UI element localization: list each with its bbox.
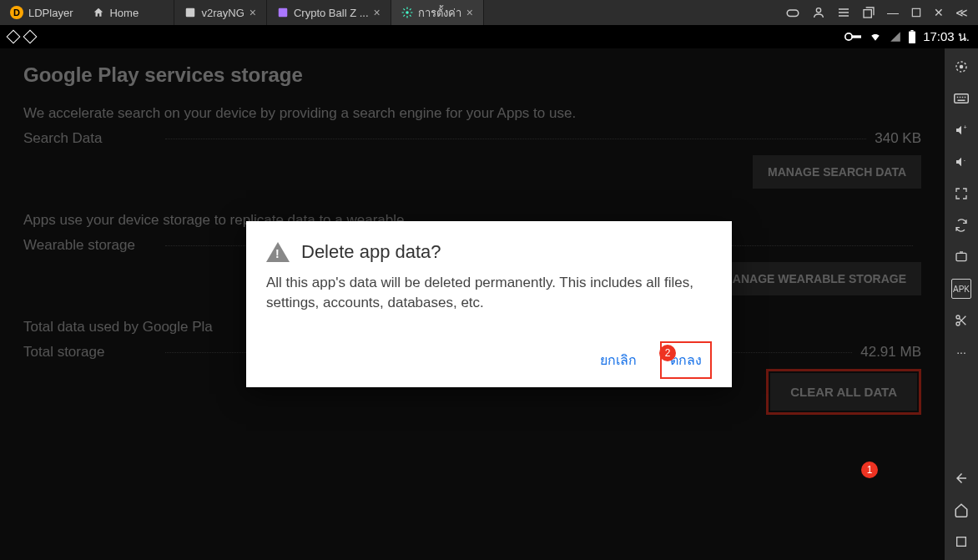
install-apk-icon[interactable]: APK [951,279,971,299]
home-nav-icon[interactable] [951,500,971,520]
total-storage-value: 42.91 MB [860,344,921,361]
notification-icon [23,30,38,44]
scissors-icon[interactable] [951,310,971,330]
clock-text: 17:03 น. [923,27,970,47]
search-data-value: 340 KB [875,130,921,147]
volume-down-icon[interactable]: - [951,152,971,172]
svg-rect-16 [956,253,966,260]
svg-rect-9 [909,32,915,43]
close-icon[interactable]: × [374,6,381,19]
app-icon [277,7,289,18]
svg-rect-10 [911,30,914,32]
tab-settings[interactable]: การตั้งค่า × [391,0,484,25]
emulator-side-toolbar: + - APK ··· [945,48,978,560]
search-data-label: Search Data [23,130,157,147]
minimize-icon[interactable]: — [887,6,899,19]
tab-v2rayng[interactable]: v2rayNG × [174,0,266,25]
svg-rect-6 [912,8,920,16]
vpn-key-icon [844,31,861,43]
battery-icon [908,30,916,43]
keyboard-icon[interactable] [951,88,971,108]
svg-rect-0 [186,8,195,18]
close-icon[interactable]: × [466,6,473,19]
annotation-box-step1: CLEAR ALL DATA [766,369,921,415]
window-controls: — ✕ ≪ [775,5,978,20]
total-storage-label: Total storage [23,344,157,361]
svg-rect-19 [957,537,966,547]
cancel-button[interactable]: ยกเลิก [595,343,642,377]
user-icon[interactable] [812,6,825,19]
volume-up-icon[interactable]: + [951,120,971,140]
manage-search-data-button[interactable]: MANAGE SEARCH DATA [753,155,921,189]
tab-strip: Home v2rayNG × Crypto Ball Z ... × การตั… [83,0,775,25]
svg-point-12 [960,66,963,68]
back-icon[interactable] [951,468,971,488]
svg-rect-5 [864,10,871,18]
screenshot-icon[interactable] [951,247,971,267]
app-name: LDPlayer [28,7,73,19]
delete-app-data-dialog: Delete app data? All this app's data wil… [246,221,732,387]
svg-text:-: - [964,157,965,163]
android-status-bar: 17:03 น. [0,25,978,48]
tab-crypto-ball-z[interactable]: Crypto Ball Z ... × [267,0,391,25]
warning-icon [266,242,290,262]
locate-icon[interactable] [951,57,971,77]
tab-label: การตั้งค่า [418,4,461,22]
svg-rect-13 [955,94,969,103]
title-bar: D LDPlayer Home v2rayNG × Crypto Ball Z … [0,0,978,25]
svg-rect-1 [279,8,288,18]
svg-text:+: + [964,124,967,130]
search-data-row: Search Data 340 KB [23,130,921,147]
notification-icon [7,30,21,44]
home-icon [93,7,104,18]
collapse-toolbar-icon[interactable]: ≪ [955,6,968,19]
maximize-icon[interactable] [910,7,922,18]
wifi-icon [868,31,883,43]
dialog-title: Delete app data? [301,241,441,263]
svg-point-4 [816,8,820,13]
annotation-step-badge: 1 [861,462,878,478]
more-icon[interactable]: ··· [951,342,971,362]
svg-point-7 [845,33,852,40]
fullscreen-icon[interactable] [951,184,971,204]
tab-home[interactable]: Home [83,0,174,25]
close-window-icon[interactable]: ✕ [934,6,944,19]
multi-instance-icon[interactable] [862,6,875,19]
annotation-step-badge: 2 [659,345,676,361]
dialog-body: All this app's data will be deleted perm… [266,273,712,313]
gamepad-icon[interactable] [785,5,800,20]
tab-label: Home [109,7,139,19]
ldplayer-logo-icon: D [10,6,23,19]
svg-point-2 [406,11,409,14]
tab-label: Crypto Ball Z ... [294,7,369,19]
app-brand: D LDPlayer [0,6,83,19]
menu-icon[interactable] [837,6,850,19]
gear-icon [401,7,413,18]
svg-rect-3 [787,10,799,17]
close-icon[interactable]: × [250,6,256,19]
recents-icon[interactable] [951,532,971,552]
wearable-label: Wearable storage [23,237,157,254]
tab-label: v2rayNG [201,7,244,19]
manage-wearable-storage-button[interactable]: MANAGE WEARABLE STORAGE [708,262,921,295]
app-icon [184,7,196,18]
svg-rect-8 [851,35,861,38]
page-title: Google Play services storage [23,63,921,87]
signal-icon [890,31,901,43]
sync-icon[interactable] [951,215,971,235]
clear-all-data-button[interactable]: CLEAR ALL DATA [770,373,917,411]
search-description: We accelerate search on your device by p… [23,105,921,122]
